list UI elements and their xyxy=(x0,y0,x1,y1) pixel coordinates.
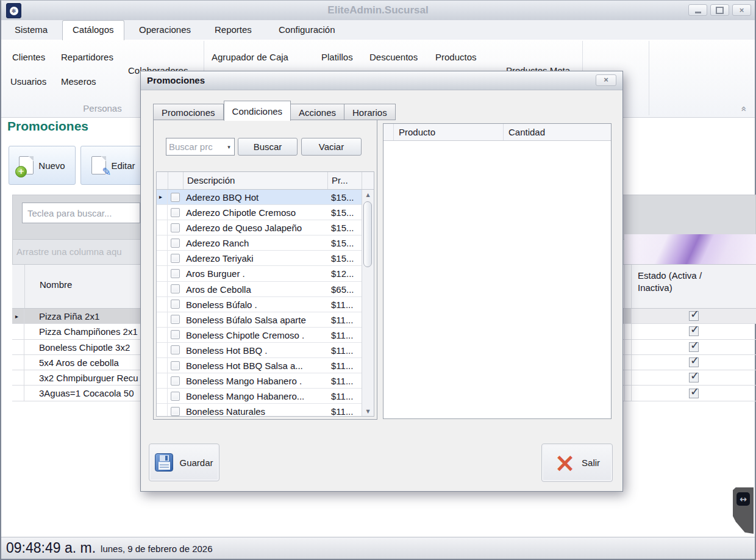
ribbon-item-clientes[interactable]: Clientes xyxy=(12,52,45,62)
product-row[interactable]: Aderezo de Queso Jalapeño$15... xyxy=(157,220,362,235)
precio-column-header[interactable]: Pr... xyxy=(328,172,362,189)
menu-configuracion[interactable]: Configuración xyxy=(279,20,335,40)
product-checkbox[interactable] xyxy=(168,328,182,342)
tab-promociones[interactable]: Promociones xyxy=(153,104,224,120)
product-checkbox[interactable] xyxy=(168,282,182,296)
active-checkbox[interactable]: ✓ xyxy=(689,389,699,398)
product-checkbox[interactable] xyxy=(168,343,182,357)
scroll-down-button[interactable]: ▼ xyxy=(362,406,374,416)
estado-cell[interactable]: ✓ xyxy=(632,340,756,354)
minimize-button[interactable] xyxy=(688,4,707,16)
page-title: Promociones xyxy=(7,119,88,134)
product-row[interactable]: ▸Aderezo BBQ Hot$15... xyxy=(157,190,362,205)
product-checkbox[interactable] xyxy=(168,190,182,204)
active-checkbox[interactable]: ✓ xyxy=(689,357,699,367)
check-icon: ✓ xyxy=(690,369,699,382)
product-checkbox[interactable] xyxy=(168,251,182,265)
active-checkbox[interactable]: ✓ xyxy=(689,373,699,382)
vaciar-button[interactable]: Vaciar xyxy=(301,138,362,156)
tab-condiciones[interactable]: Condiciones xyxy=(224,101,291,121)
ribbon-item-productos[interactable]: Productos xyxy=(435,52,477,62)
product-row[interactable]: Boneless Chipotle Cremoso .$11... xyxy=(157,328,362,343)
ribbon-item-meseros[interactable]: Meseros xyxy=(61,76,96,87)
estado-cell[interactable]: ✓ xyxy=(632,324,756,339)
estado-column-header[interactable]: Estado (Activa / Inactiva) xyxy=(632,265,756,308)
ribbon-item-descuentos[interactable]: Descuentos xyxy=(369,52,418,62)
estado-cell[interactable]: ✓ xyxy=(632,309,756,323)
tab-horarios[interactable]: Horarios xyxy=(344,104,396,120)
product-row[interactable]: Boneless Hot BBQ .$11... xyxy=(157,343,362,358)
dialog-close-button[interactable]: × xyxy=(596,74,616,86)
guardar-button[interactable]: Guardar xyxy=(149,443,219,481)
window-controls: × xyxy=(688,4,751,16)
scrollbar-thumb[interactable] xyxy=(363,201,372,267)
product-row[interactable]: Boneless Naturales$11... xyxy=(157,404,362,416)
product-row[interactable]: Boneless Búfalo .$11... xyxy=(157,297,362,312)
estado-cell[interactable]: ✓ xyxy=(632,386,756,400)
checkbox-icon xyxy=(171,269,180,278)
estado-cell[interactable]: ✓ xyxy=(632,370,756,385)
product-checkbox[interactable] xyxy=(168,205,182,220)
product-row[interactable]: Boneless Mango Habanero...$11... xyxy=(157,389,362,404)
product-row[interactable]: Boneless Hot BBQ Salsa a...$11... xyxy=(157,358,362,373)
scroll-up-button[interactable]: ▲ xyxy=(362,190,374,199)
producto-column-header[interactable]: Producto xyxy=(394,124,504,140)
product-row[interactable]: Boneless Mango Habanero .$11... xyxy=(157,373,362,389)
title-bar: ✻ EliteAdmin.Sucursal × xyxy=(1,1,755,20)
products-grid: Descripción Pr... ▸Aderezo BBQ Hot$15...… xyxy=(156,171,374,417)
maximize-button[interactable] xyxy=(710,4,729,16)
product-row[interactable]: Aderezo Ranch$15... xyxy=(157,235,362,251)
product-search-combo[interactable]: ▾ xyxy=(166,138,235,156)
product-checkbox[interactable] xyxy=(168,358,182,373)
ribbon-item-platillos[interactable]: Platillos xyxy=(321,52,353,62)
menu-operaciones[interactable]: Operaciones xyxy=(139,20,191,40)
descripcion-column-header[interactable]: Descripción xyxy=(184,172,328,189)
search-input[interactable] xyxy=(22,203,140,223)
plus-icon: + xyxy=(15,166,27,178)
menu-reportes[interactable]: Reportes xyxy=(215,20,252,40)
vertical-scrollbar[interactable]: ▲ ▼ xyxy=(362,190,374,416)
close-button[interactable]: × xyxy=(732,4,751,16)
active-checkbox[interactable]: ✓ xyxy=(689,311,699,321)
product-checkbox[interactable] xyxy=(168,220,182,235)
floppy-slot xyxy=(160,455,169,461)
column-separator xyxy=(624,340,632,354)
product-checkbox[interactable] xyxy=(168,235,182,250)
buscar-button[interactable]: Buscar xyxy=(238,138,298,156)
save-icon xyxy=(155,453,173,472)
row-indicator-column-header xyxy=(157,172,168,189)
salir-button[interactable]: × Salir xyxy=(541,443,613,482)
product-price: $12... xyxy=(327,266,362,281)
ribbon-item-agrupador-de-caja[interactable]: Agrupador de Caja xyxy=(212,52,288,62)
tv-arrow-glyph: ↔ xyxy=(740,494,747,504)
ribbon-item-usuarios[interactable]: Usuarios xyxy=(10,76,46,87)
product-search-input[interactable] xyxy=(166,138,224,155)
product-checkbox[interactable] xyxy=(168,312,182,327)
active-checkbox[interactable]: ✓ xyxy=(689,342,699,352)
checkbox-icon xyxy=(171,345,180,354)
ribbon-collapse-icon[interactable]: « xyxy=(739,106,751,112)
product-checkbox[interactable] xyxy=(168,297,182,312)
editar-button[interactable]: ✎ Editar xyxy=(80,146,146,185)
product-row[interactable]: Aros de Cebolla$65... xyxy=(157,282,362,297)
checkbox-icon xyxy=(171,330,180,339)
check-icon: ✓ xyxy=(690,307,699,320)
product-row[interactable]: Aderezo Chipotle Cremoso$15... xyxy=(157,205,362,220)
estado-cell[interactable]: ✓ xyxy=(632,355,756,370)
nuevo-button[interactable]: + Nuevo xyxy=(9,146,76,185)
product-checkbox[interactable] xyxy=(168,266,182,281)
product-row[interactable]: Aros Burguer .$12... xyxy=(157,266,362,281)
product-checkbox[interactable] xyxy=(168,373,182,388)
ribbon-item-repartidores[interactable]: Repartidores xyxy=(61,52,113,62)
product-row[interactable]: Boneless Búfalo Salsa aparte$11... xyxy=(157,312,362,328)
product-checkbox[interactable] xyxy=(168,389,182,403)
cantidad-column-header[interactable]: Cantidad xyxy=(504,124,611,140)
product-checkbox[interactable] xyxy=(168,404,182,416)
menu-catalogos-active[interactable]: Catálogos xyxy=(62,20,124,40)
chevron-down-icon[interactable]: ▾ xyxy=(224,138,234,155)
product-row[interactable]: Aderezo Teriyaki$15... xyxy=(157,251,362,266)
checkbox-icon xyxy=(171,284,180,293)
menu-sistema[interactable]: Sistema xyxy=(15,20,48,40)
active-checkbox[interactable]: ✓ xyxy=(689,326,699,336)
tab-acciones[interactable]: Acciones xyxy=(291,104,344,120)
